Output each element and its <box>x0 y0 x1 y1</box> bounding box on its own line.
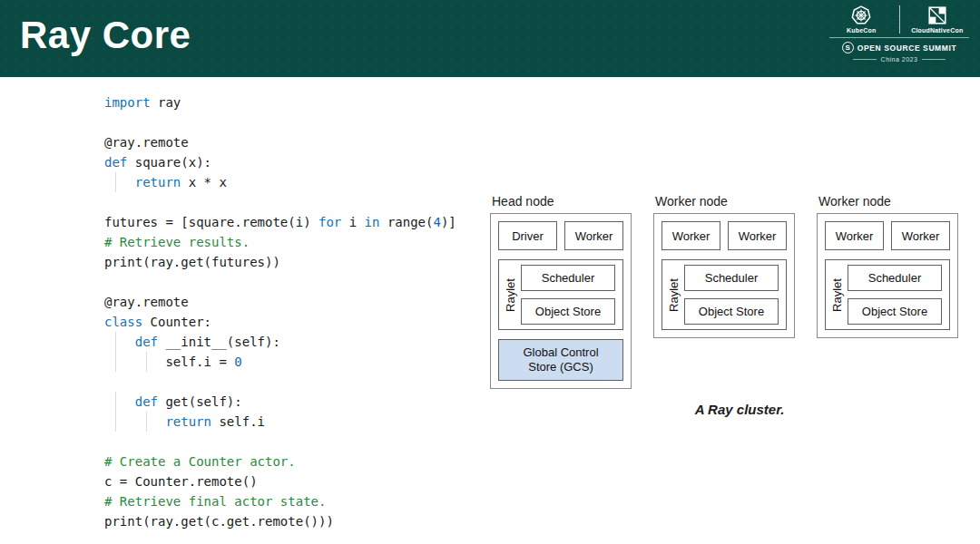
process-box: Worker <box>564 221 623 250</box>
code-token: import <box>104 95 151 110</box>
code-token: ray <box>151 95 181 110</box>
code-line: @ray.remote <box>104 132 456 152</box>
code-token: def <box>135 335 158 349</box>
code-token: self.i <box>211 414 265 429</box>
gcs-box: Global ControlStore (GCS) <box>498 339 623 381</box>
code-token: return <box>135 175 181 189</box>
indent-guide <box>135 412 166 432</box>
raylet-label: Raylet <box>826 260 848 329</box>
process-row: WorkerWorker <box>662 221 787 250</box>
kubecon-logo: KubeCon <box>829 5 894 34</box>
node-label: Worker node <box>655 194 795 209</box>
code-token: def <box>104 155 127 170</box>
edition-line-right <box>922 59 946 60</box>
raylet-components: SchedulerObject Store <box>684 260 786 329</box>
cloudnativecon-logo: CloudNativeCon <box>906 5 970 34</box>
indent-guide <box>104 172 135 192</box>
code-line: # Retrieve results. <box>104 232 456 252</box>
code-line <box>104 112 456 132</box>
process-box: Driver <box>498 221 557 250</box>
code-token: return <box>165 414 211 429</box>
code-token: # Create a Counter actor. <box>104 454 296 469</box>
component-box: Scheduler <box>521 265 615 291</box>
oss-icon: S <box>842 42 854 53</box>
raylet-box: RayletSchedulerObject Store <box>662 259 787 330</box>
conference-logo-block: KubeCon CloudNativeCon S OPEN SOURCE SUM… <box>829 5 969 63</box>
code-token: x * x <box>181 175 227 189</box>
kubecon-label: KubeCon <box>847 27 877 34</box>
code-token: )] <box>441 215 456 229</box>
code-line: def square(x): <box>104 152 456 172</box>
code-token: 0 <box>234 355 241 369</box>
code-token: range( <box>379 215 433 229</box>
code-line <box>104 432 456 452</box>
cluster-node: Head nodeDriverWorkerRayletSchedulerObje… <box>490 194 632 389</box>
indent-guide <box>104 332 135 352</box>
code-token: print(ray.get(futures)) <box>104 255 280 269</box>
cloudnativecon-label: CloudNativeCon <box>911 27 963 34</box>
code-token: 4 <box>433 215 440 229</box>
component-box: Scheduler <box>684 265 779 291</box>
raylet-components: SchedulerObject Store <box>521 260 622 329</box>
process-box: Worker <box>662 221 720 250</box>
code-line: def __init__(self): <box>104 332 456 352</box>
gcs-line: Global Control <box>523 345 598 360</box>
raylet-components: SchedulerObject Store <box>848 260 949 329</box>
process-box: Worker <box>728 221 787 250</box>
code-token: @ray.remote <box>104 295 189 309</box>
process-box: Worker <box>825 221 884 250</box>
process-box: Worker <box>891 221 950 250</box>
code-token: square(x): <box>127 155 211 170</box>
code-token: i <box>341 215 364 229</box>
raylet-box: RayletSchedulerObject Store <box>825 259 950 330</box>
code-line: # Retrieve final actor state. <box>104 491 456 511</box>
code-line: def get(self): <box>104 392 456 412</box>
logo-divider <box>899 5 900 34</box>
code-token: def <box>135 394 158 409</box>
python-code-block: import ray @ray.remotedef square(x):retu… <box>104 92 456 531</box>
code-line: # Create a Counter actor. <box>104 452 456 471</box>
code-line: import ray <box>104 92 456 112</box>
diagram-caption: A Ray cluster. <box>662 402 817 417</box>
indent-guide <box>104 412 135 432</box>
code-line: class Counter: <box>104 312 456 332</box>
raylet-label: Raylet <box>662 260 684 329</box>
code-token: Counter: <box>142 315 211 329</box>
code-token: c = Counter.remote() <box>104 474 258 489</box>
code-line: self.i = 0 <box>104 352 456 372</box>
code-line: print(ray.get(futures)) <box>104 252 456 272</box>
summit-label: OPEN SOURCE SUMMIT <box>858 44 957 53</box>
code-token: self.i = <box>165 355 234 369</box>
indent-guide <box>104 392 135 412</box>
raylet-label: Raylet <box>499 260 521 329</box>
code-line <box>104 372 456 392</box>
raylet-box: RayletSchedulerObject Store <box>498 259 623 330</box>
slide-header: Ray Core KubeCon <box>0 0 980 77</box>
code-token: @ray.remote <box>104 135 189 150</box>
node-box: WorkerWorkerRayletSchedulerObject Store <box>817 213 958 338</box>
component-box: Object Store <box>848 298 942 325</box>
logo-row: KubeCon CloudNativeCon <box>829 5 969 34</box>
code-token: print(ray.get(c.get.remote())) <box>104 514 334 529</box>
code-line: futures = [square.remote(i) for i in ran… <box>104 212 456 232</box>
component-box: Object Store <box>521 298 615 325</box>
component-box: Object Store <box>684 298 779 325</box>
code-line <box>104 192 456 212</box>
code-token: __init__(self): <box>158 335 280 349</box>
kubecon-icon <box>851 5 871 25</box>
raylet-label-text: Raylet <box>830 278 844 312</box>
cloudnativecon-icon <box>927 5 947 25</box>
cluster-node: Worker nodeWorkerWorkerRayletSchedulerOb… <box>817 194 958 389</box>
edition-line-left <box>853 59 877 60</box>
code-token: # Retrieve final actor state. <box>104 494 326 509</box>
code-line: c = Counter.remote() <box>104 471 456 491</box>
code-token: for <box>318 215 341 229</box>
raylet-label-text: Raylet <box>504 278 517 312</box>
indent-guide <box>104 352 135 372</box>
component-box: Scheduler <box>848 265 942 291</box>
process-row: DriverWorker <box>498 221 623 250</box>
code-token: class <box>104 315 142 329</box>
edition-row: China 2023 <box>829 56 969 63</box>
code-token: futures = [square.remote(i) <box>104 215 318 229</box>
code-line: return x * x <box>104 172 456 192</box>
